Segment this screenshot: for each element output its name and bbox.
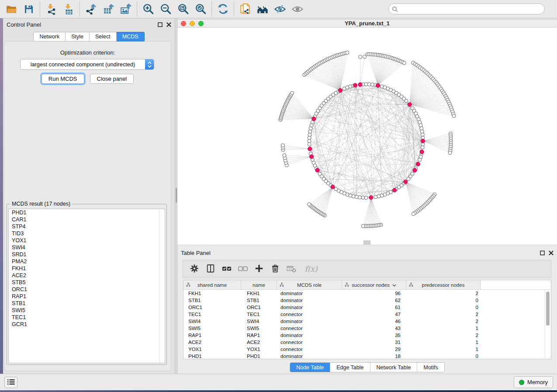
close-table-panel-button[interactable] [549, 251, 554, 255]
run-mcds-button[interactable]: Run MCDS [42, 74, 84, 84]
close-panel-button[interactable] [166, 22, 171, 27]
table-tab[interactable]: Node Table [290, 363, 330, 372]
table-scrollbar-thumb[interactable] [546, 292, 550, 326]
control-panel-tab[interactable]: MCDS [117, 32, 145, 41]
cell-predecessor-nodes: 0 [406, 298, 481, 303]
cell-shared-name: STB1 [183, 298, 241, 303]
table-row[interactable]: SWI4 SWI4 dominator 46 2 [183, 318, 551, 325]
mcds-result-node[interactable]: TID3 [9, 230, 165, 237]
mcds-result-node[interactable]: FKH1 [9, 265, 165, 272]
mcds-result-node[interactable]: STP4 [9, 223, 165, 230]
table-row[interactable]: ORC1 ORC1 dominator 61 0 [183, 304, 551, 311]
zoom-out-button[interactable] [157, 1, 174, 17]
float-panel-button[interactable] [158, 22, 163, 27]
control-panel-tab[interactable]: Select [90, 32, 117, 41]
hide-selected-button[interactable] [271, 1, 289, 17]
column-header[interactable]: shared name [183, 280, 241, 289]
column-header[interactable]: successor nodes [342, 280, 406, 289]
table-tab[interactable]: Edge Table [330, 363, 370, 372]
cell-name: TEC1 [241, 312, 277, 317]
mcds-result-node[interactable]: ORC1 [9, 286, 165, 293]
show-hidden-button[interactable] [289, 1, 306, 17]
cell-name: SWI4 [241, 319, 277, 324]
search-input[interactable] [388, 3, 545, 14]
table-settings-button[interactable] [188, 263, 201, 275]
table-row[interactable]: YOX1 YOX1 connector 29 1 [183, 346, 551, 353]
add-column-button[interactable] [253, 263, 265, 275]
table-row[interactable]: PHD1 PHD1 dominator 18 0 [183, 353, 551, 359]
mcds-result-node[interactable]: PMA2 [9, 258, 165, 265]
table-row[interactable]: RAP1 RAP1 dominator 35 2 [183, 332, 551, 339]
mcds-result-node[interactable]: PHD1 [9, 209, 165, 216]
export-table-button[interactable] [100, 1, 117, 17]
mcds-result-node[interactable]: RAP1 [9, 293, 165, 300]
show-columns-button[interactable] [204, 263, 217, 275]
open-file-button[interactable] [3, 1, 20, 17]
table-row[interactable]: FKH1 FKH1 dominator 96 2 [183, 290, 551, 297]
export-network-button[interactable] [82, 1, 100, 17]
network-graph[interactable] [177, 28, 557, 244]
clone-network-button[interactable] [236, 1, 254, 17]
first-neighbors-button[interactable] [254, 1, 271, 17]
deselect-all-button[interactable] [237, 263, 249, 275]
table-tabs-row: Node TableEdge TableNetwork TableMotifs [177, 362, 557, 372]
delete-column-button[interactable] [269, 263, 281, 275]
save-session-button[interactable] [20, 1, 38, 17]
network-canvas[interactable] [177, 28, 557, 244]
mcds-result-node[interactable]: STB1 [9, 300, 165, 307]
criterion-select[interactable]: largest connected component (undirected) [20, 59, 154, 70]
float-icon [158, 22, 163, 27]
export-image-button[interactable] [117, 1, 135, 17]
mcds-result-node[interactable]: SRD1 [9, 251, 165, 258]
table-row[interactable]: SWI5 SWI5 connector 43 1 [183, 325, 551, 332]
mcds-result-node[interactable]: CAR1 [9, 216, 165, 223]
criterion-selected-value: largest connected component (undirected) [21, 61, 145, 68]
zoom-in-button[interactable] [139, 1, 157, 17]
table-tab[interactable]: Motifs [417, 363, 444, 372]
table-scrollbar-track[interactable] [545, 290, 551, 359]
close-icon [549, 251, 554, 255]
control-panel-tab[interactable]: Network [33, 32, 66, 41]
column-header[interactable]: predecessor nodes [406, 280, 481, 289]
zoom-selected-button[interactable] [192, 1, 209, 17]
table-row[interactable]: ACE2 ACE2 connector 31 1 [183, 339, 551, 346]
control-panel-tab[interactable]: Style [66, 32, 90, 41]
network-list-button[interactable] [4, 377, 17, 388]
mcds-result-node[interactable]: ACE2 [9, 272, 165, 279]
cell-predecessor-nodes: 1 [406, 340, 481, 345]
function-builder-button[interactable]: f(x) [301, 263, 321, 275]
table-row[interactable]: TEC1 TEC1 connector 47 2 [183, 311, 551, 318]
mcds-result-node[interactable]: SWI4 [9, 244, 165, 251]
memory-button[interactable]: Memory [514, 376, 553, 388]
mcds-result-node[interactable]: SWI5 [9, 307, 165, 314]
cell-predecessor-nodes: 0 [406, 305, 481, 310]
mcds-result-node[interactable]: TEC1 [9, 314, 165, 321]
canvas-resize-grip[interactable] [363, 241, 370, 244]
import-network-button[interactable] [42, 1, 60, 17]
zoom-in-icon [142, 3, 154, 15]
delete-table-button[interactable] [285, 263, 298, 275]
network-window-titlebar[interactable]: YPA_prune.txt_1 [177, 19, 557, 28]
select-all-button[interactable] [221, 263, 233, 275]
mcds-result-node[interactable]: STB5 [9, 279, 165, 286]
split-pane-handle[interactable] [176, 188, 177, 203]
checked-boxes-icon [221, 263, 232, 275]
plus-icon [254, 264, 264, 275]
refresh-layout-button[interactable] [214, 1, 232, 17]
mcds-list-scrollbar[interactable] [159, 209, 165, 363]
import-table-button[interactable] [60, 1, 77, 17]
fit-content-button[interactable] [174, 1, 192, 17]
control-panel: Control Panel NetworkStyleSelectMCDS Opt… [3, 18, 175, 374]
close-mcds-panel-button[interactable]: Close panel [90, 74, 134, 84]
column-header[interactable]: MCDS role [277, 280, 342, 289]
table-row[interactable]: STB1 STB1 dominator 62 0 [183, 297, 551, 304]
cell-successor-nodes: 47 [342, 312, 406, 317]
mcds-result-node[interactable]: YOX1 [9, 237, 165, 244]
export-network-icon [85, 3, 97, 15]
float-table-panel-button[interactable] [540, 251, 545, 255]
cell-shared-name: ACE2 [183, 340, 241, 345]
table-tab[interactable]: Network Table [370, 363, 417, 372]
mcds-result-node[interactable]: GCR1 [9, 321, 165, 328]
column-header[interactable]: name [241, 280, 277, 289]
close-icon [166, 22, 171, 27]
